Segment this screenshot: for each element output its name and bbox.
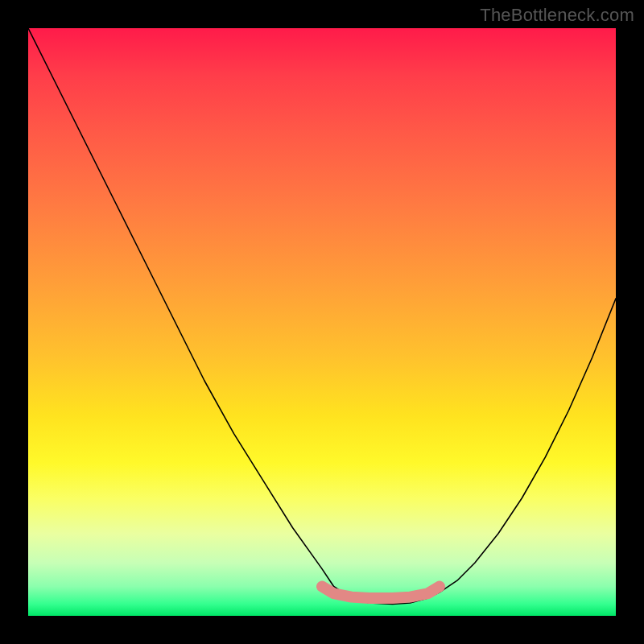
plot-area xyxy=(28,28,616,616)
watermark-text: TheBottleneck.com xyxy=(480,5,634,26)
curve-line xyxy=(28,28,616,604)
chart-container: TheBottleneck.com xyxy=(0,0,644,644)
optimal-band-marker xyxy=(322,587,440,599)
chart-svg xyxy=(28,28,616,616)
